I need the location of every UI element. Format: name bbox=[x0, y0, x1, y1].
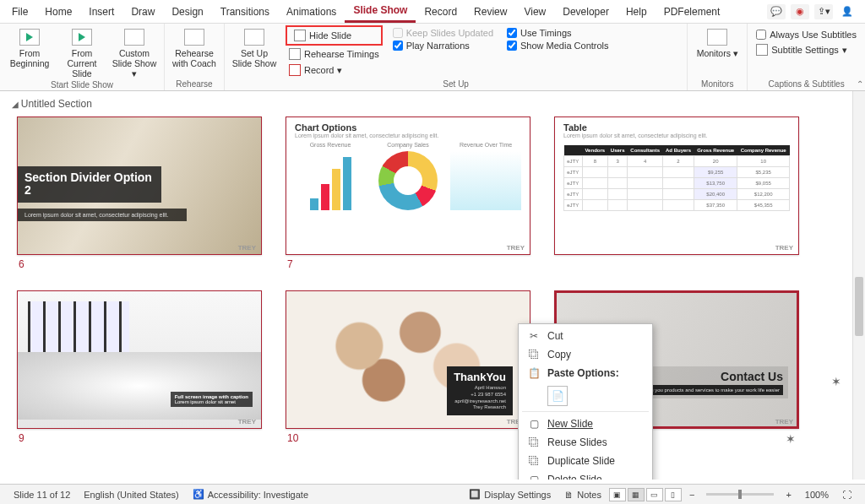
from-beginning-button[interactable]: From Beginning bbox=[5, 25, 54, 79]
record-icon[interactable]: ◉ bbox=[791, 4, 809, 19]
always-use-subtitles-checkbox[interactable]: Always Use Subtitles bbox=[753, 29, 860, 41]
share-icon[interactable]: ⇪▾ bbox=[814, 4, 833, 19]
from-current-slide-button[interactable]: From Current Slide bbox=[57, 25, 106, 79]
tab-design[interactable]: Design bbox=[163, 2, 211, 22]
slide-6[interactable]: Section Divider Option 2 Lorem ipsum dol… bbox=[17, 117, 262, 274]
fit-to-window-button[interactable]: ⛶ bbox=[835, 490, 858, 500]
notes-button[interactable]: 🗎Notes bbox=[558, 490, 608, 500]
slide-7-thumbnail[interactable]: Chart Options Lorem ipsum dolor sit amet… bbox=[286, 117, 530, 255]
keep-slides-updated-checkbox[interactable]: Keep Slides Updated bbox=[389, 27, 497, 39]
group-rehearse: Rehearse with Coach Rehearse bbox=[165, 24, 225, 90]
zoom-handle[interactable] bbox=[738, 490, 742, 499]
record-button[interactable]: Record ▾ bbox=[286, 62, 383, 78]
zoom-slider[interactable] bbox=[706, 493, 774, 496]
tab-review[interactable]: Review bbox=[465, 2, 515, 22]
tab-view[interactable]: View bbox=[515, 2, 554, 22]
slide-6-number: 6 bbox=[17, 255, 262, 274]
slide-7-title: Chart Options bbox=[286, 117, 530, 133]
status-slide-count[interactable]: Slide 11 of 12 bbox=[7, 490, 77, 500]
set-up-slide-show-button[interactable]: Set Up Slide Show bbox=[230, 25, 279, 78]
slide-7[interactable]: Chart Options Lorem ipsum dolor sit amet… bbox=[286, 117, 530, 274]
subtitle-icon bbox=[756, 44, 768, 56]
ctx-duplicate-slide[interactable]: ⿻Duplicate Slide bbox=[519, 452, 652, 470]
tab-developer[interactable]: Developer bbox=[554, 2, 617, 22]
group-start-slide-show: From Beginning From Current Slide Custom… bbox=[0, 24, 165, 90]
group-label: Monitors bbox=[693, 78, 742, 90]
slide-6-subtitle: Lorem ipsum dolor sit amet, consectetur … bbox=[18, 209, 187, 221]
rehearse-timings-button[interactable]: Rehearse Timings bbox=[286, 46, 383, 62]
status-accessibility[interactable]: ♿Accessibility: Investigate bbox=[186, 489, 315, 500]
slide-10-number: 10 bbox=[286, 429, 530, 447]
tab-insert[interactable]: Insert bbox=[80, 2, 122, 22]
vertical-scrollbar[interactable] bbox=[852, 91, 865, 480]
subtitle-settings-button[interactable]: Subtitle Settings ▾ bbox=[753, 42, 860, 57]
play-narrations-checkbox[interactable]: Play Narrations bbox=[389, 40, 497, 51]
slide-6-thumbnail[interactable]: Section Divider Option 2 Lorem ipsum dol… bbox=[17, 117, 262, 255]
slide-8-thumbnail[interactable]: Table Lorem ipsum dolor sit amet, consec… bbox=[554, 117, 799, 255]
record-icon bbox=[289, 64, 301, 76]
chart-col2-label: Company Sales bbox=[373, 142, 443, 148]
collapse-ribbon-button[interactable]: ⌃ bbox=[857, 79, 863, 89]
view-normal-button[interactable]: ▣ bbox=[609, 488, 626, 501]
show-media-controls-checkbox[interactable]: Show Media Controls bbox=[503, 40, 612, 51]
slide-8-subtitle: Lorem ipsum dolor sit amet, consectetur … bbox=[555, 133, 798, 142]
ctx-paste-option[interactable]: 📄 bbox=[547, 386, 568, 406]
slide-10-thumbnail[interactable]: ThankYou April Hansson+1 23 987 6554apri… bbox=[286, 290, 530, 429]
slide-10[interactable]: ThankYou April Hansson+1 23 987 6554apri… bbox=[286, 290, 530, 449]
accessibility-icon: ♿ bbox=[193, 489, 204, 500]
account-icon[interactable]: 👤 bbox=[838, 4, 857, 19]
section-header[interactable]: Untitled Section bbox=[0, 91, 865, 113]
zoom-out-button[interactable]: − bbox=[683, 490, 701, 500]
slide-9-caption: Full screen image with captionLorem ipsu… bbox=[171, 392, 253, 407]
slide-8[interactable]: Table Lorem ipsum dolor sit amet, consec… bbox=[554, 117, 799, 274]
tab-animations[interactable]: Animations bbox=[278, 2, 345, 22]
ctx-copy[interactable]: ⿻Copy bbox=[519, 345, 652, 364]
status-language[interactable]: English (United States) bbox=[77, 490, 186, 500]
hide-slide-button[interactable]: Hide Slide bbox=[286, 25, 383, 46]
ctx-reuse-slides[interactable]: ⿻Reuse Slides bbox=[519, 433, 652, 452]
from-beginning-label: From Beginning bbox=[5, 48, 54, 68]
bar bbox=[332, 169, 340, 210]
from-current-label: From Current Slide bbox=[57, 48, 106, 79]
display-settings-button[interactable]: 🔲Display Settings bbox=[462, 489, 558, 500]
brand-mark: TREY bbox=[775, 244, 793, 252]
bar bbox=[343, 157, 351, 210]
tab-slide-show[interactable]: Slide Show bbox=[345, 0, 416, 23]
delete-icon: ▢ bbox=[527, 474, 541, 480]
slide-9-thumbnail[interactable]: Full screen image with captionLorem ipsu… bbox=[17, 290, 262, 429]
ctx-delete-slide[interactable]: ▢Delete Slide bbox=[519, 470, 652, 480]
ctx-new-slide[interactable]: ▢New Slide bbox=[519, 415, 652, 433]
slide-8-table: VendorsUsersConsultantsAd BuyersGross Re… bbox=[563, 145, 790, 211]
tab-draw[interactable]: Draw bbox=[122, 2, 163, 22]
tab-help[interactable]: Help bbox=[617, 2, 656, 22]
rehearse-with-coach-button[interactable]: Rehearse with Coach bbox=[170, 25, 219, 68]
slide-11-subtitle: Bringing you products and services to ma… bbox=[632, 385, 783, 395]
view-sorter-button[interactable]: ▦ bbox=[628, 488, 645, 501]
menu-bar: File Home Insert Draw Design Transitions… bbox=[0, 0, 865, 24]
comments-icon[interactable]: 💬 bbox=[767, 4, 786, 19]
slide-10-contact: April Hansson+1 23 987 6554april@treyres… bbox=[454, 385, 506, 411]
scrollbar-thumb[interactable] bbox=[855, 277, 863, 336]
animation-indicator-icon[interactable]: ✶ bbox=[782, 429, 799, 449]
animation-indicator-icon[interactable]: ✶ bbox=[831, 375, 841, 388]
view-slideshow-button[interactable]: ▯ bbox=[665, 488, 682, 501]
tab-transitions[interactable]: Transitions bbox=[212, 2, 278, 22]
zoom-in-button[interactable]: + bbox=[779, 490, 797, 500]
slide-9[interactable]: Full screen image with captionLorem ipsu… bbox=[17, 290, 262, 449]
reuse-icon: ⿻ bbox=[527, 436, 541, 448]
tab-pdfelement[interactable]: PDFelement bbox=[656, 2, 729, 22]
slide-10-thank-you: ThankYou April Hansson+1 23 987 6554apri… bbox=[447, 366, 513, 415]
zoom-level[interactable]: 100% bbox=[798, 490, 835, 500]
slide-6-title-band: Section Divider Option 2 bbox=[18, 166, 161, 203]
chart-gross-revenue: Gross Revenue bbox=[295, 142, 366, 214]
tab-record[interactable]: Record bbox=[416, 2, 465, 22]
ctx-cut[interactable]: ✂Cut bbox=[519, 327, 652, 345]
tab-file[interactable]: File bbox=[3, 2, 36, 22]
slide-9-table bbox=[18, 352, 261, 420]
view-reading-button[interactable]: ▭ bbox=[646, 488, 663, 501]
tab-home[interactable]: Home bbox=[36, 2, 80, 22]
display-icon: 🔲 bbox=[469, 489, 481, 500]
monitors-button[interactable]: Monitors ▾ bbox=[693, 25, 742, 58]
custom-slide-show-button[interactable]: Custom Slide Show ▾ bbox=[110, 25, 159, 79]
use-timings-checkbox[interactable]: Use Timings bbox=[503, 27, 612, 39]
